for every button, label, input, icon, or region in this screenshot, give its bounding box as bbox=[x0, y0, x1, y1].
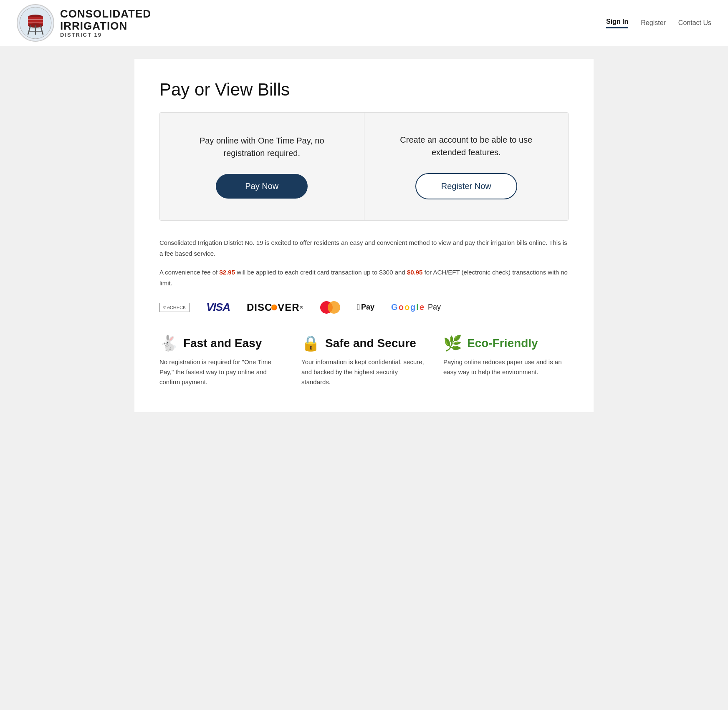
fee-text-middle: will be applied to each credit card tran… bbox=[235, 269, 407, 276]
discover-text-after: VER bbox=[278, 302, 299, 313]
feature-eco-title: Eco-Friendly bbox=[467, 337, 538, 350]
feature-eco-desc: Paying online reduces paper use and is a… bbox=[443, 357, 569, 377]
fee-credit-amount: $2.95 bbox=[219, 269, 235, 276]
register-now-button[interactable]: Register Now bbox=[415, 173, 517, 199]
register-card-text: Create an account to be able to use exte… bbox=[389, 133, 543, 159]
discover-text-before: DISC bbox=[247, 302, 272, 313]
cards-container: Pay online with One Time Pay, no registr… bbox=[159, 112, 569, 221]
logo-area: CONSOLIDATED IRRIGATION DISTRICT 19 bbox=[17, 4, 151, 42]
feature-fast: 🐇 Fast and Easy No registration is requi… bbox=[159, 335, 285, 387]
contact-link[interactable]: Contact Us bbox=[678, 19, 711, 27]
fee-text-before: A convenience fee of bbox=[159, 269, 219, 276]
visa-logo: VISA bbox=[206, 301, 230, 314]
apple-pay-label: Pay bbox=[361, 303, 374, 312]
g-blue2: g bbox=[410, 302, 415, 312]
g-red: o bbox=[399, 302, 404, 312]
google-pay-logo: Google Pay bbox=[391, 302, 441, 312]
discover-dot-icon bbox=[271, 305, 277, 310]
main-content: Pay or View Bills Pay online with One Ti… bbox=[134, 59, 594, 412]
echeck-small-icon: © bbox=[163, 305, 166, 310]
register-card: Create an account to be able to use exte… bbox=[364, 113, 569, 220]
fee-ach-amount: $0.95 bbox=[407, 269, 423, 276]
google-pay-label: Pay bbox=[428, 303, 441, 312]
echeck-label: eCHECK bbox=[167, 305, 186, 310]
g-blue: G bbox=[391, 302, 398, 312]
signin-link[interactable]: Sign In bbox=[606, 18, 628, 28]
g-green: l bbox=[416, 302, 419, 312]
feature-secure-title: Safe and Secure bbox=[325, 337, 416, 350]
page-title: Pay or View Bills bbox=[159, 80, 569, 100]
mastercard-logo bbox=[320, 301, 340, 314]
apple-pay-logo:  Pay bbox=[357, 302, 374, 312]
feature-fast-desc: No registration is required for "One Tim… bbox=[159, 357, 285, 387]
feature-eco: 🌿 Eco-Friendly Paying online reduces pap… bbox=[443, 335, 569, 387]
lock-icon: 🔒 bbox=[301, 335, 320, 352]
g-red2: e bbox=[420, 302, 424, 312]
pay-card-text: Pay online with One Time Pay, no registr… bbox=[185, 134, 339, 159]
description-text: Consolidated Irrigation District No. 19 … bbox=[159, 237, 569, 259]
feature-secure: 🔒 Safe and Secure Your information is ke… bbox=[301, 335, 427, 387]
apple-icon:  bbox=[357, 302, 360, 312]
pay-card: Pay online with One Time Pay, no registr… bbox=[160, 113, 364, 220]
rabbit-icon: 🐇 bbox=[159, 335, 178, 352]
logo-text: CONSOLIDATED IRRIGATION DISTRICT 19 bbox=[60, 8, 151, 38]
echeck-logo: © eCHECK bbox=[159, 303, 190, 312]
feature-secure-header: 🔒 Safe and Secure bbox=[301, 335, 427, 352]
g-yellow: o bbox=[404, 302, 410, 312]
register-link[interactable]: Register bbox=[641, 19, 666, 27]
logo-subtitle: DISTRICT 19 bbox=[60, 32, 151, 38]
header: CONSOLIDATED IRRIGATION DISTRICT 19 Sign… bbox=[0, 0, 728, 46]
feature-fast-title: Fast and Easy bbox=[183, 337, 262, 350]
logo-title: CONSOLIDATED IRRIGATION bbox=[60, 8, 151, 32]
feature-fast-header: 🐇 Fast and Easy bbox=[159, 335, 285, 352]
leaf-icon: 🌿 bbox=[443, 335, 462, 352]
nav: Sign In Register Contact Us bbox=[606, 18, 711, 28]
fee-text: A convenience fee of $2.95 will be appli… bbox=[159, 267, 569, 288]
discover-logo: DISCVER® bbox=[247, 302, 303, 313]
mastercard-orange-circle bbox=[328, 301, 340, 314]
pay-now-button[interactable]: Pay Now bbox=[216, 174, 308, 199]
features-section: 🐇 Fast and Easy No registration is requi… bbox=[159, 335, 569, 387]
feature-eco-header: 🌿 Eco-Friendly bbox=[443, 335, 569, 352]
payment-logos: © eCHECK VISA DISCVER®  Pay Google Pay bbox=[159, 301, 569, 314]
feature-secure-desc: Your information is kept confidential, s… bbox=[301, 357, 427, 387]
logo-image bbox=[17, 4, 54, 42]
visa-label: VISA bbox=[206, 301, 230, 313]
